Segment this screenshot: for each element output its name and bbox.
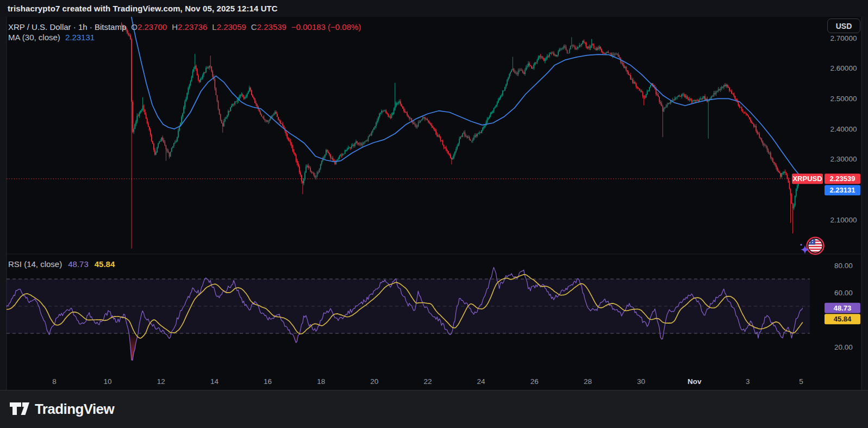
svg-text:26: 26 [530, 377, 539, 386]
svg-text:2.70000: 2.70000 [830, 34, 857, 42]
attribution-text: trishacrypto7 created with TradingView.c… [8, 4, 278, 13]
currency-toggle-button[interactable]: USD [827, 18, 860, 33]
ma-value-tag: 2.23131 [825, 185, 860, 195]
rsi-ma-value: 45.84 [95, 259, 115, 269]
rsi-indicator-label: RSI (14, close) [8, 259, 62, 269]
tradingview-logo-text: TradingView [35, 401, 114, 418]
svg-text:28: 28 [584, 377, 592, 386]
svg-text:2.50000: 2.50000 [830, 95, 857, 103]
rsi-value: 48.73 [68, 259, 89, 269]
ma-indicator-value: 2.23131 [65, 33, 95, 42]
tradingview-logo-link[interactable]: TradingView [10, 401, 114, 418]
tradingview-logo-icon [10, 401, 29, 418]
svg-text:18: 18 [317, 377, 325, 386]
last-price-tag: 2.23539 [825, 173, 860, 184]
time-scale[interactable]: 81012141618202224262830Nov35 [52, 377, 803, 386]
svg-text:12: 12 [157, 377, 165, 386]
svg-text:16: 16 [264, 377, 272, 386]
svg-text:24: 24 [477, 377, 486, 386]
ohlc-low: L2.23059 [212, 22, 246, 32]
rsi-ma-value-badge: 45.84 [825, 314, 860, 324]
svg-text:48.73: 48.73 [834, 304, 852, 312]
svg-text:2.23131: 2.23131 [830, 186, 855, 194]
ohlc-close: C2.23539 [251, 22, 286, 32]
ma-legend-row[interactable]: MA (30, close) 2.23131 [8, 32, 361, 42]
symbol-price-tag: XRPUSD [792, 173, 823, 184]
chart-canvas[interactable]: 2.700002.600002.500002.400002.300002.100… [0, 0, 868, 428]
svg-text:14: 14 [210, 377, 219, 386]
svg-text:8: 8 [52, 377, 57, 386]
change-value: −0.00183 (−0.08%) [291, 22, 361, 32]
tradingview-snapshot: 2.700002.600002.500002.400002.300002.100… [0, 0, 868, 428]
ohlc-open: O2.23700 [131, 22, 167, 32]
svg-text:2.30000: 2.30000 [830, 155, 857, 163]
footer-bar: TradingView [0, 390, 868, 428]
svg-text:Nov: Nov [688, 377, 702, 386]
svg-text:3: 3 [746, 377, 750, 386]
svg-text:45.84: 45.84 [834, 315, 852, 323]
svg-text:60.00: 60.00 [834, 289, 853, 297]
legend-main: XRP / U.S. Dollar · 1h · Bitstamp O2.237… [8, 22, 361, 42]
svg-text:2.40000: 2.40000 [830, 125, 857, 133]
svg-text:2.60000: 2.60000 [830, 64, 857, 72]
svg-text:2.23539: 2.23539 [830, 175, 855, 183]
symbol-legend-row[interactable]: XRP / U.S. Dollar · 1h · Bitstamp O2.237… [8, 22, 361, 32]
svg-text:XRPUSD: XRPUSD [792, 175, 822, 183]
svg-text:80.00: 80.00 [834, 262, 853, 270]
attribution-bar: trishacrypto7 created with TradingView.c… [0, 0, 868, 17]
svg-text:20: 20 [370, 377, 378, 386]
symbol-title: XRP / U.S. Dollar · 1h · Bitstamp [8, 22, 126, 32]
svg-text:20.00: 20.00 [834, 343, 853, 351]
ma-indicator-label: MA (30, close) [8, 33, 60, 42]
svg-text:2.10000: 2.10000 [830, 216, 857, 224]
rsi-value-badge: 48.73 [825, 303, 860, 313]
svg-text:22: 22 [423, 377, 432, 386]
rsi-legend-row[interactable]: RSI (14, close) 48.73 45.84 [8, 259, 115, 269]
svg-text:30: 30 [637, 377, 645, 386]
svg-text:5: 5 [799, 377, 803, 386]
ohlc-high: H2.23736 [172, 22, 207, 32]
svg-text:10: 10 [104, 377, 112, 386]
